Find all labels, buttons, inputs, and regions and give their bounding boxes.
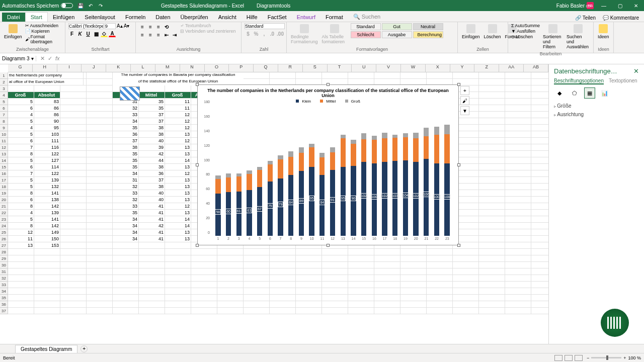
cell[interactable]: Groß bbox=[8, 92, 34, 99]
cell[interactable] bbox=[505, 92, 531, 99]
cell[interactable] bbox=[479, 268, 505, 275]
cell[interactable] bbox=[87, 275, 113, 282]
cell[interactable] bbox=[113, 268, 139, 275]
cell[interactable] bbox=[87, 288, 113, 295]
col-header[interactable]: X bbox=[426, 64, 450, 72]
tab-entwurf[interactable]: Entwurf bbox=[292, 13, 320, 22]
cell[interactable] bbox=[400, 288, 427, 295]
bar-segment[interactable] bbox=[424, 136, 429, 159]
cell[interactable] bbox=[60, 144, 87, 151]
cell[interactable] bbox=[479, 223, 505, 229]
cell[interactable] bbox=[165, 255, 191, 262]
cell[interactable] bbox=[60, 308, 87, 314]
cell[interactable] bbox=[531, 301, 548, 308]
cell[interactable] bbox=[479, 131, 505, 138]
decimal-inc-icon[interactable]: .0 bbox=[269, 30, 276, 37]
cell[interactable] bbox=[191, 301, 217, 308]
cell[interactable] bbox=[322, 72, 348, 79]
row-header[interactable]: 20 bbox=[0, 197, 8, 203]
row-header[interactable]: 23 bbox=[0, 216, 8, 223]
cell[interactable]: 4 bbox=[8, 210, 34, 216]
comments-button[interactable]: 💬 Kommentare bbox=[600, 14, 642, 22]
cell[interactable] bbox=[87, 236, 113, 242]
row-header[interactable]: 16 bbox=[0, 170, 8, 177]
chart-styles-button[interactable]: 🖌 bbox=[460, 96, 469, 105]
cell[interactable] bbox=[60, 184, 87, 190]
cell[interactable] bbox=[244, 275, 270, 282]
cell[interactable] bbox=[244, 282, 270, 288]
cell[interactable]: 5 bbox=[8, 99, 34, 105]
cell[interactable] bbox=[87, 184, 113, 190]
cell[interactable] bbox=[60, 216, 87, 223]
cell[interactable] bbox=[165, 301, 191, 308]
cell[interactable] bbox=[348, 282, 374, 288]
cell[interactable] bbox=[60, 138, 87, 144]
cell[interactable] bbox=[87, 229, 113, 236]
cell[interactable] bbox=[400, 255, 427, 262]
border-button[interactable]: ▦ bbox=[93, 30, 100, 37]
col-header[interactable]: S bbox=[303, 64, 328, 72]
bar-segment[interactable] bbox=[247, 174, 252, 190]
cell[interactable] bbox=[139, 288, 165, 295]
col-header[interactable]: W bbox=[401, 64, 426, 72]
ideas-button[interactable]: Ideen bbox=[597, 23, 610, 40]
cell[interactable] bbox=[270, 282, 296, 288]
cell[interactable] bbox=[479, 236, 505, 242]
bar-segment[interactable] bbox=[351, 144, 356, 166]
cell[interactable] bbox=[505, 144, 531, 151]
bar-segment[interactable] bbox=[372, 136, 377, 140]
cell[interactable]: 5 bbox=[8, 177, 34, 184]
cell[interactable]: 13 bbox=[165, 210, 191, 216]
cell[interactable] bbox=[60, 92, 87, 99]
chart-plot-area[interactable]: 5860616367757984899584919596102100102103… bbox=[213, 105, 452, 236]
bar-segment[interactable] bbox=[330, 147, 335, 152]
cell[interactable] bbox=[479, 216, 505, 223]
row-header[interactable]: 27 bbox=[0, 242, 8, 249]
paste-button[interactable]: Einfügen bbox=[3, 23, 23, 40]
cell[interactable] bbox=[531, 112, 548, 118]
cell[interactable] bbox=[270, 288, 296, 295]
cell[interactable] bbox=[87, 255, 113, 262]
col-header[interactable]: J bbox=[82, 64, 106, 72]
cell[interactable] bbox=[191, 282, 217, 288]
cell[interactable] bbox=[505, 190, 531, 197]
data-label[interactable]: 91 bbox=[330, 197, 336, 203]
cell[interactable] bbox=[531, 144, 548, 151]
col-header[interactable]: P bbox=[229, 64, 254, 72]
col-header[interactable]: L bbox=[131, 64, 155, 72]
cell[interactable]: 32 bbox=[113, 197, 139, 203]
row-header[interactable]: 22 bbox=[0, 210, 8, 216]
cell[interactable] bbox=[60, 282, 87, 288]
cell[interactable] bbox=[8, 295, 34, 301]
share-button[interactable]: 🔗 Teilen bbox=[572, 14, 599, 22]
bar-segment[interactable] bbox=[288, 151, 293, 156]
cell[interactable] bbox=[505, 177, 531, 184]
bar-segment[interactable] bbox=[434, 135, 439, 163]
cell[interactable] bbox=[531, 262, 548, 268]
cell[interactable] bbox=[87, 170, 113, 177]
cell[interactable]: 38 bbox=[139, 125, 165, 131]
cell[interactable] bbox=[139, 255, 165, 262]
cell[interactable] bbox=[165, 268, 191, 275]
cell[interactable] bbox=[453, 255, 479, 262]
cell[interactable] bbox=[322, 295, 348, 301]
cell[interactable] bbox=[87, 112, 113, 118]
cell[interactable] bbox=[505, 197, 531, 203]
clear-button[interactable]: ◇ Löschen bbox=[511, 34, 540, 39]
cell[interactable] bbox=[505, 79, 531, 85]
cell[interactable] bbox=[531, 125, 548, 131]
cell[interactable] bbox=[505, 282, 531, 288]
cell[interactable] bbox=[479, 184, 505, 190]
cell[interactable] bbox=[60, 242, 87, 249]
cell[interactable] bbox=[427, 268, 453, 275]
cell[interactable] bbox=[270, 72, 296, 79]
cell[interactable]: 141 bbox=[34, 216, 60, 223]
cell[interactable] bbox=[531, 210, 548, 216]
cell[interactable] bbox=[87, 85, 113, 92]
cell[interactable] bbox=[244, 72, 270, 79]
cell[interactable] bbox=[531, 79, 548, 85]
data-label[interactable]: 89 bbox=[298, 198, 304, 204]
cell[interactable] bbox=[505, 151, 531, 157]
maximize-icon[interactable]: ▢ bbox=[612, 0, 628, 11]
cell[interactable] bbox=[531, 249, 548, 255]
